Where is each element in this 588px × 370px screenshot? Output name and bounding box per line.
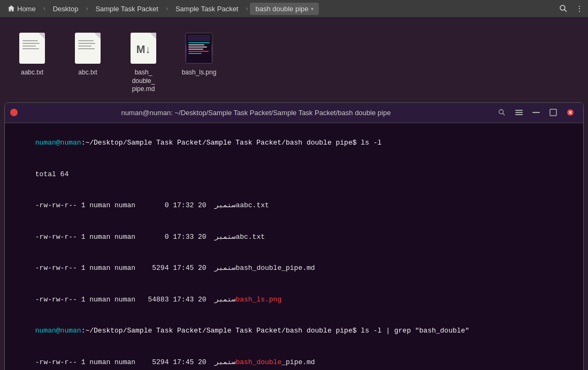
svg-rect-13 [515,112,523,113]
breadcrumb-sample2-label: Sample Task Packet [175,5,239,13]
file-icon-aabc [18,31,46,65]
png-preview [186,33,212,63]
svg-point-0 [560,5,565,10]
svg-rect-9 [188,53,202,54]
svg-rect-5 [188,44,204,46]
terminal-line-png: -rw-rw-r-- 1 numan numan 54883 17:43 20 … [10,284,578,315]
prompt-path-1: :~/Desktop/Sample Task Packet/Sample Tas… [81,139,353,147]
search-icon [498,109,506,116]
txt-icon-2 [75,33,101,64]
grep-date: ستمبر [210,358,235,366]
search-icon [559,4,568,13]
overflow-icon: ⋮ [576,4,583,13]
svg-rect-4 [188,42,210,43]
file-perms-aabc: -rw-rw-r-- 1 numan numan 0 17:32 20 [35,201,211,209]
topbar: Home › Desktop › Sample Task Packet › Sa… [0,0,588,17]
file-item-aabc[interactable]: aabc.txt [11,28,54,80]
search-button[interactable] [555,2,572,15]
terminal-window: ✕ numan@numan: ~/Desktop/Sample Task Pac… [4,102,584,370]
hamburger-icon [515,109,523,116]
file-perms-abc: -rw-rw-r-- 1 numan numan 0 17:33 20 [35,233,211,241]
file-icon-bash-png [185,31,213,65]
svg-rect-3 [188,35,210,41]
file-item-bash-png[interactable]: bash_ls.png [178,28,220,80]
grep-match-highlight: bash_double [235,358,281,366]
svg-rect-8 [188,51,209,52]
menu-terminal-button[interactable] [511,105,526,119]
search-terminal-button[interactable] [494,105,509,119]
file-label-bash-md: bash_ double_ pipe.md [132,69,155,94]
close-button[interactable]: ✕ [10,109,18,116]
file-icon-bash-md: M↓ [129,31,157,65]
terminal-line-2: numan@numan:~/Desktop/Sample Task Packet… [10,315,578,347]
file-name-abc: abc.txt [235,233,265,241]
file-date-png: ستمبر [210,296,235,304]
txt-icon [19,33,45,64]
chevron-down-icon: ▾ [311,6,314,12]
file-label-aabc: aabc.txt [21,69,43,77]
file-perms-png: -rw-rw-r-- 1 numan numan 54883 17:43 20 [35,296,211,304]
file-item-bash-md[interactable]: M↓ bash_ double_ pipe.md [122,28,165,97]
file-area: aabc.txt abc.txt M↓ bash_ double_ pipe.m… [0,17,588,102]
minimize-icon [532,109,540,116]
breadcrumb-bashpipe[interactable]: bash double pipe ▾ [250,3,318,15]
svg-line-11 [503,114,505,116]
minimize-button[interactable] [529,105,544,119]
md-icon: M↓ [131,33,156,64]
md-symbol: M↓ [136,43,151,56]
prompt-user-2: numan@numan [35,327,81,335]
breadcrumb-desktop[interactable]: Desktop [48,3,84,15]
home-label: Home [17,5,36,13]
close-x-button[interactable] [563,105,578,119]
svg-rect-7 [188,49,203,50]
png-thumbnail [187,34,211,63]
terminal-line-1: numan@numan:~/Desktop/Sample Task Packet… [10,127,578,159]
terminal-action-icons [494,105,578,119]
svg-line-1 [564,10,567,12]
terminal-window-controls: ✕ [10,109,18,116]
terminal-titlebar: ✕ numan@numan: ~/Desktop/Sample Task Pac… [5,103,583,123]
cmd-1: $ ls -l [353,139,382,147]
svg-rect-12 [515,110,523,111]
file-date-md: ستمبر [210,264,235,272]
file-date-abc: ستمبر [210,233,235,241]
overflow-menu-button[interactable]: ⋮ [573,2,586,15]
prompt-path-2: :~/Desktop/Sample Task Packet/Sample Tas… [81,327,353,335]
terminal-line-abc: -rw-rw-r-- 1 numan numan 0 17:33 20 ستمب… [10,221,578,253]
svg-rect-15 [532,112,540,113]
grep-match-rest: _pipe.md [281,358,315,366]
png-icon [185,33,213,64]
svg-point-10 [499,110,503,114]
home-icon [7,5,15,12]
terminal-body[interactable]: numan@numan:~/Desktop/Sample Task Packet… [5,123,583,370]
file-name-md: bash_double_pipe.md [235,264,315,272]
svg-rect-14 [515,114,523,115]
terminal-title: numan@numan: ~/Desktop/Sample Task Packe… [21,109,491,117]
breadcrumb-sample1[interactable]: Sample Task Packet [90,3,164,15]
grep-perms: -rw-rw-r-- 1 numan numan 5294 17:45 20 [35,358,211,366]
breadcrumb-sample2[interactable]: Sample Task Packet [170,3,244,15]
file-label-bash-png: bash_ls.png [182,69,217,77]
cmd-2: $ ls -l | grep "bash_double" [353,327,469,335]
file-name-png: bash_ls.png [235,296,281,304]
file-date-aabc: ستمبر [210,201,235,209]
file-label-abc: abc.txt [78,69,97,77]
terminal-line-grep: -rw-rw-r-- 1 numan numan 5294 17:45 20 س… [10,346,578,370]
home-button[interactable]: Home [2,3,41,15]
maximize-icon [549,109,557,116]
breadcrumb-sample1-label: Sample Task Packet [95,5,158,13]
svg-rect-16 [550,109,556,116]
breadcrumb-sep-1: › [42,5,47,12]
terminal-line-total: total 64 [10,158,578,190]
file-perms-md: -rw-rw-r-- 1 numan numan 5294 17:45 20 [35,264,211,272]
breadcrumb-bashpipe-label: bash double pipe [255,5,308,13]
file-item-abc[interactable]: abc.txt [66,28,109,80]
svg-rect-6 [188,47,207,48]
maximize-button[interactable] [546,105,561,119]
close-icon [567,109,574,116]
total-text: total 64 [35,170,68,178]
breadcrumb-sep-4: › [245,5,249,12]
prompt-user-1: numan@numan [35,139,81,147]
file-icon-abc [74,31,102,65]
terminal-line-md: -rw-rw-r-- 1 numan numan 5294 17:45 20 س… [10,253,578,284]
